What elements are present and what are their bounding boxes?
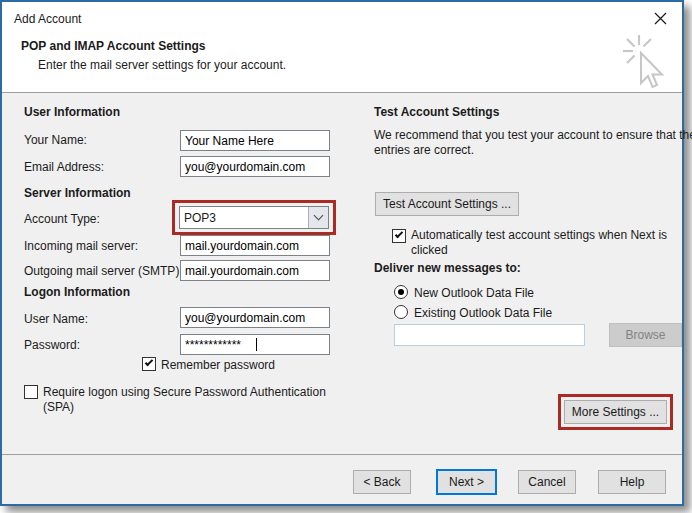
chevron-down-icon: [314, 211, 324, 221]
account-type-dropdown-button[interactable]: [308, 207, 328, 228]
incoming-server-input[interactable]: [180, 235, 330, 256]
password-input[interactable]: [180, 334, 330, 355]
section-deliver: Deliver new messages to:: [374, 261, 521, 275]
screen: Add Account POP and IMAP Account Setting…: [0, 0, 692, 513]
text-caret: [256, 338, 257, 351]
spa-label: Require logon using Secure Password Auth…: [43, 385, 335, 415]
section-user-information: User Information: [24, 105, 120, 119]
test-description: We recommend that you test your account …: [374, 128, 692, 158]
more-settings-button[interactable]: More Settings ...: [564, 400, 667, 424]
auto-test-checkbox[interactable]: [392, 229, 406, 243]
footer-bar: < Back Next > Cancel Help: [2, 454, 682, 504]
existing-data-file-radio[interactable]: [394, 305, 408, 319]
account-type-label: Account Type:: [24, 212, 100, 226]
password-label: Password:: [24, 338, 80, 352]
section-test-account-settings: Test Account Settings: [374, 105, 499, 119]
new-data-file-label: New Outlook Data File: [414, 286, 534, 300]
page-title: POP and IMAP Account Settings: [21, 39, 205, 53]
click-cursor-icon: [622, 34, 668, 92]
close-icon: [654, 12, 667, 25]
check-icon: [395, 230, 403, 238]
data-file-path-input: [394, 324, 585, 346]
window-title: Add Account: [14, 12, 81, 26]
remember-password-label: Remember password: [161, 358, 275, 372]
outgoing-server-label: Outgoing mail server (SMTP):: [24, 264, 183, 278]
check-icon: [145, 358, 153, 366]
user-name-label: User Name:: [24, 312, 88, 326]
email-input[interactable]: [180, 156, 330, 177]
browse-button: Browse: [609, 323, 682, 347]
back-button[interactable]: < Back: [353, 470, 411, 494]
close-button[interactable]: [646, 6, 674, 30]
page-subtitle: Enter the mail server settings for your …: [38, 58, 286, 72]
your-name-label: Your Name:: [24, 133, 87, 147]
your-name-input[interactable]: [180, 130, 330, 151]
test-account-settings-button[interactable]: Test Account Settings ...: [375, 192, 519, 216]
new-data-file-radio[interactable]: [394, 285, 408, 299]
section-server-information: Server Information: [24, 186, 131, 200]
auto-test-label: Automatically test account settings when…: [411, 228, 681, 258]
header-band: Add Account POP and IMAP Account Setting…: [2, 2, 682, 93]
account-type-value: POP3: [180, 211, 308, 225]
add-account-dialog: Add Account POP and IMAP Account Setting…: [0, 0, 684, 506]
remember-password-checkbox[interactable]: [142, 357, 156, 371]
spa-checkbox[interactable]: [24, 385, 38, 399]
help-button[interactable]: Help: [598, 470, 666, 494]
user-name-input[interactable]: [180, 307, 330, 328]
radio-dot: [398, 289, 404, 295]
account-type-select[interactable]: POP3: [179, 206, 329, 229]
cancel-button[interactable]: Cancel: [518, 470, 576, 494]
outgoing-server-input[interactable]: [180, 260, 330, 281]
email-label: Email Address:: [24, 160, 104, 174]
section-logon-information: Logon Information: [24, 285, 130, 299]
next-button[interactable]: Next >: [436, 469, 497, 495]
incoming-server-label: Incoming mail server:: [24, 239, 138, 253]
existing-data-file-label: Existing Outlook Data File: [414, 306, 552, 320]
